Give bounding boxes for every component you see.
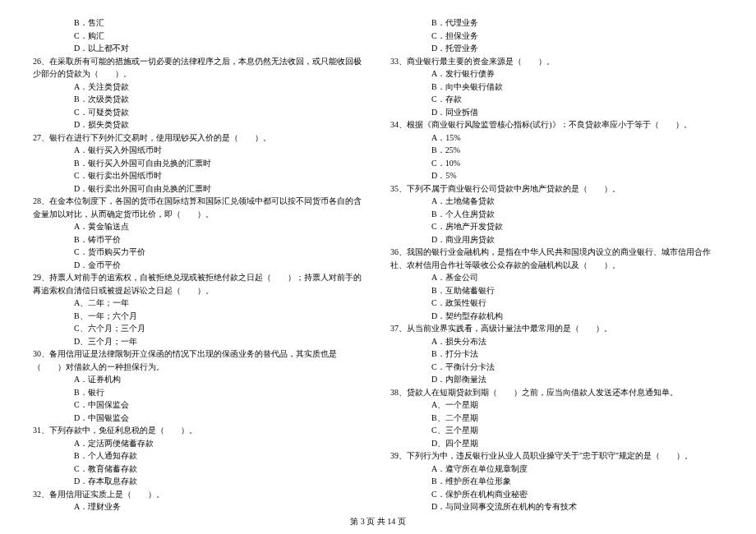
option: D．金币平价 (33, 259, 366, 272)
option: D．同业拆借 (390, 106, 723, 119)
option: B．银行买入外国可自由兑换的汇票时 (33, 157, 366, 170)
option: C．存款 (390, 93, 723, 106)
option: B．个人通知存款 (33, 449, 366, 463)
option: D．内部衡量法 (390, 373, 723, 386)
option: A．基金公司 (390, 271, 723, 284)
option: D．银行卖出外国可自由兑换的汇票时 (33, 182, 366, 196)
question-39: 39、下列行为中，违反银行业从业人员职业操守关于"忠于职守"规定的是（ ）。 (390, 449, 723, 463)
question-30: 30、备用信用证是法律限制开立保函的情况下出现的保函业务的替代品，其实质也是（ … (33, 348, 366, 373)
option: C．购汇 (33, 30, 366, 43)
option: C．10% (390, 157, 723, 170)
option: A．发行银行债券 (390, 67, 723, 81)
option: B．维护所在单位形象 (390, 475, 723, 488)
option: A．损失分布法 (390, 335, 723, 348)
question-34: 34、根据《商业银行风险监管核心指标(试行)》：不良贷款率应小于等于（ ）。 (390, 118, 723, 131)
option: C．政策性银行 (390, 297, 723, 310)
option: D、三个月；一年 (33, 335, 366, 348)
option: B．互助储蓄银行 (390, 284, 723, 297)
option: C．中国保监会 (33, 398, 366, 412)
question-38: 38、贷款人在短期贷款到期（ ）之前，应当向借款人发送还本付息通知单。 (390, 386, 723, 399)
page-content: B．售汇 C．购汇 D．以上都不对 26、在采取所有可能的措施或一切必要的法律程… (0, 0, 756, 534)
option: C．保护所在机构商业秘密 (390, 488, 723, 501)
option: C、三个星期 (390, 424, 723, 437)
option: B．次级类贷款 (33, 93, 366, 106)
option: A．银行买入外国纸币时 (33, 144, 366, 157)
option: D．5% (390, 169, 723, 182)
option: A．黄金输送点 (33, 220, 366, 233)
option: D．存本取息存款 (33, 475, 366, 488)
option: B．25% (390, 144, 723, 157)
question-36: 36、我国的银行业金融机构，是指在中华人民共和国境内设立的商业银行、城市信用合作… (390, 246, 723, 271)
question-29: 29、持票人对前手的追索权，自被拒绝兑现或被拒绝付款之日起（ ）；持票人对前手的… (33, 271, 366, 297)
question-37: 37、从当前业界实践看，高级计量法中最常用的是（ ）。 (390, 322, 723, 335)
option: C．担保业务 (390, 30, 723, 43)
question-31: 31、下列存款中，免征利息税的是（ ）。 (33, 424, 366, 437)
option: C．教育储蓄存款 (33, 463, 366, 476)
option: D．中国银监会 (33, 412, 366, 425)
option: A．土地储备贷款 (390, 195, 723, 208)
option: A、二年；一年 (33, 297, 366, 310)
option: D、四个星期 (390, 437, 723, 450)
option: D．契约型存款机构 (390, 310, 723, 323)
option: B．代理业务 (390, 16, 723, 30)
option: C．货币购买力平价 (33, 246, 366, 259)
option: B．银行 (33, 386, 366, 399)
question-28: 28、在金本位制度下，各国的货币在国际结算和国际汇兑领域中都可以按不同货币各自的… (33, 195, 366, 220)
question-27: 27、银行在进行下列外汇交易时，使用现钞买入价的是（ ）。 (33, 131, 366, 145)
option: B、一年；六个月 (33, 310, 366, 323)
question-32: 32、备用信用证实质上是（ ）。 (33, 488, 366, 501)
option: B、二个星期 (390, 412, 723, 425)
option: C．银行卖出外国纸币时 (33, 169, 366, 182)
question-26: 26、在采取所有可能的措施或一切必要的法律程序之后，本息仍然无法收回，或只能收回… (33, 55, 366, 81)
left-column: B．售汇 C．购汇 D．以上都不对 26、在采取所有可能的措施或一切必要的法律程… (33, 16, 366, 513)
option: A．遵守所在单位规章制度 (390, 463, 723, 476)
question-33: 33、商业银行最主要的资金来源是（ ）。 (390, 55, 723, 68)
option: C．平衡计分卡法 (390, 361, 723, 374)
option: A．理财业务 (33, 500, 366, 513)
option: A．关注类贷款 (33, 81, 366, 94)
question-35: 35、下列不属于商业银行公司贷款中房地产贷款的是（ ）。 (390, 182, 723, 196)
option: A．15% (390, 131, 723, 145)
option: A．证券机构 (33, 373, 366, 386)
option: B．打分卡法 (390, 348, 723, 361)
option: C．可疑类贷款 (33, 106, 366, 119)
option: D．损失类贷款 (33, 118, 366, 131)
option: B．铸币平价 (33, 233, 366, 246)
option: B．向中央银行借款 (390, 81, 723, 94)
option: B．售汇 (33, 16, 366, 30)
option: D．商业用房贷款 (390, 233, 723, 246)
option: D．与同业同事交流所在机构的专有技术 (390, 500, 723, 513)
option: C、六个月；三个月 (33, 322, 366, 335)
option: A．定活两便储蓄存款 (33, 437, 366, 450)
page-footer: 第 3 页 共 14 页 (0, 516, 756, 527)
option: A、一个星期 (390, 398, 723, 412)
option: C．房地产开发贷款 (390, 220, 723, 233)
option: D．以上都不对 (33, 42, 366, 55)
right-column: B．代理业务 C．担保业务 D．托管业务 33、商业银行最主要的资金来源是（ ）… (390, 16, 723, 513)
option: D．托管业务 (390, 42, 723, 55)
option: B．个人住房贷款 (390, 208, 723, 221)
